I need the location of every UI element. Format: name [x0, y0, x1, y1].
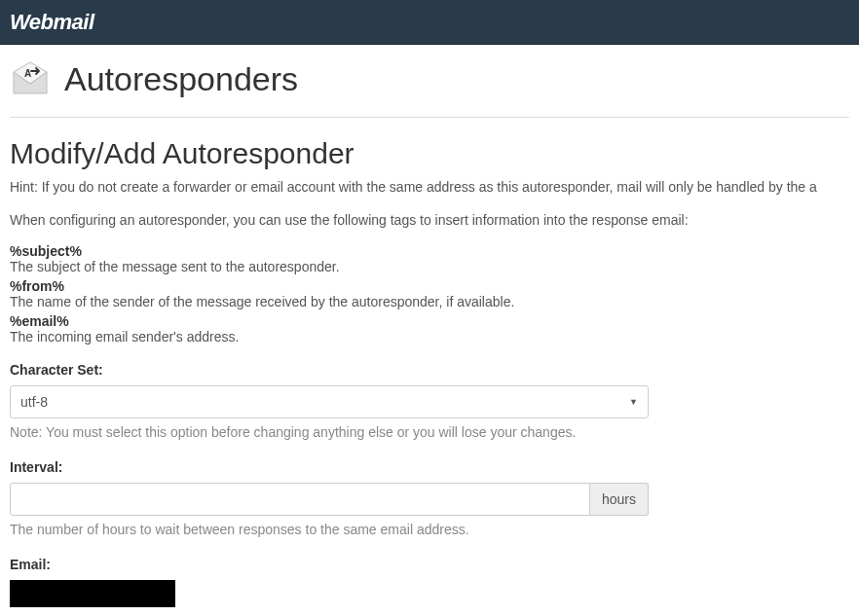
email-group: Email:: [10, 557, 649, 607]
hint-text: Hint: If you do not create a forwarder o…: [10, 178, 849, 198]
autoresponders-icon: A: [10, 58, 51, 99]
section-title: Modify/Add Autoresponder: [10, 137, 849, 170]
charset-group: Character Set: utf-8 Note: You must sele…: [10, 362, 649, 440]
interval-input[interactable]: [10, 483, 590, 516]
interval-label: Interval:: [10, 459, 649, 475]
email-redacted: [10, 580, 175, 607]
tag-from-name: %from%: [10, 278, 849, 294]
interval-group: Interval: hours The number of hours to w…: [10, 459, 649, 537]
tag-email-desc: The incoming email sender's address.: [10, 329, 849, 344]
tag-from-desc: The name of the sender of the message re…: [10, 294, 849, 309]
page-title: Autoresponders: [64, 60, 298, 98]
tags-block: %subject% The subject of the message sen…: [10, 243, 849, 344]
app-header: Webmail: [0, 0, 859, 45]
brand-logo: Webmail: [10, 10, 94, 35]
intro-text: When configuring an autoresponder, you c…: [10, 211, 849, 231]
charset-label: Character Set:: [10, 362, 649, 378]
svg-text:A: A: [24, 68, 31, 79]
tag-email-name: %email%: [10, 313, 849, 329]
main-content: A Autoresponders Modify/Add Autoresponde…: [0, 45, 859, 616]
charset-value: utf-8: [20, 394, 48, 410]
charset-note: Note: You must select this option before…: [10, 424, 649, 440]
tag-subject-desc: The subject of the message sent to the a…: [10, 259, 849, 274]
charset-select[interactable]: utf-8: [10, 385, 649, 418]
page-header: A Autoresponders: [10, 45, 849, 118]
email-label: Email:: [10, 557, 649, 572]
tag-subject-name: %subject%: [10, 243, 849, 259]
interval-note: The number of hours to wait between resp…: [10, 522, 649, 537]
interval-suffix: hours: [590, 483, 649, 516]
interval-input-group: hours: [10, 483, 649, 516]
